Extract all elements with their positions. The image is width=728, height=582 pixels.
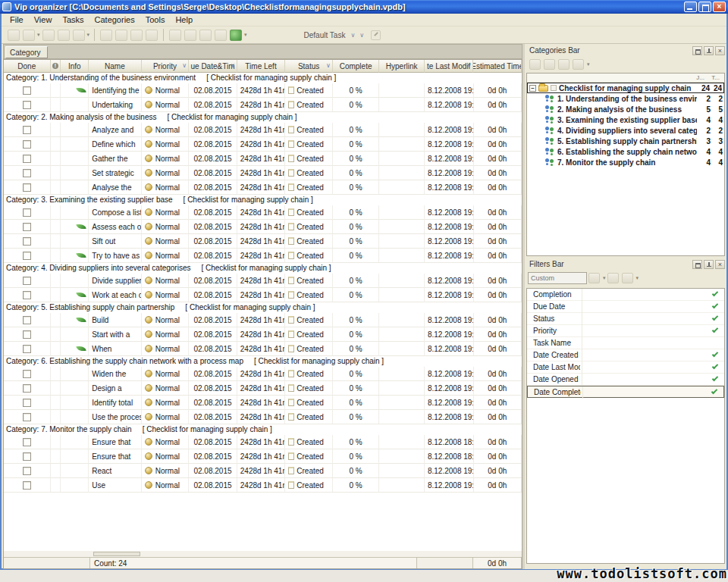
done-checkbox[interactable] bbox=[23, 140, 31, 149]
new-category-icon[interactable] bbox=[42, 30, 55, 41]
delete-dropdown-arrow-icon[interactable]: ▾ bbox=[87, 32, 90, 38]
category-row[interactable]: Category: 6. Establishing the supply cha… bbox=[4, 356, 522, 367]
filter-row[interactable]: Date Created bbox=[527, 349, 724, 361]
col-estimated-time[interactable]: Estimated Time bbox=[473, 60, 522, 73]
done-checkbox[interactable] bbox=[23, 101, 31, 109]
col-complete[interactable]: Complete bbox=[333, 60, 380, 73]
task-row[interactable]: Try to have asNormal02.08.20152428d 1h 4… bbox=[4, 249, 522, 263]
tree-category-item[interactable]: 3. Examining the existing supplier base4… bbox=[527, 114, 724, 125]
filter-dropdown-icon[interactable]: ▾ bbox=[603, 275, 606, 281]
filters-close-icon[interactable]: × bbox=[715, 260, 725, 269]
menu-help[interactable]: Help bbox=[170, 15, 198, 24]
filter-row[interactable]: Status bbox=[527, 313, 724, 325]
categories-overflow-icon[interactable]: ▾ bbox=[587, 61, 590, 67]
edit-task-icon[interactable] bbox=[58, 30, 70, 41]
filter-row[interactable]: Due Date bbox=[527, 301, 724, 313]
menu-view[interactable]: View bbox=[29, 15, 58, 24]
done-checkbox[interactable] bbox=[23, 183, 31, 192]
category-row[interactable]: Category: 2. Making analysis of the busi… bbox=[4, 112, 522, 123]
category-row[interactable]: Category: 7. Monitor the supply chain[ C… bbox=[4, 424, 522, 435]
tree-col-header-2[interactable]: T... bbox=[711, 74, 720, 81]
task-row[interactable]: Widen theNormal02.08.20152428d 1h 41mCre… bbox=[4, 367, 522, 381]
done-checkbox[interactable] bbox=[23, 345, 31, 353]
chevron-down-icon[interactable]: ∨ bbox=[231, 62, 235, 69]
categories-window-icon[interactable] bbox=[692, 46, 702, 55]
task-row[interactable]: BuildNormal02.08.20152428d 1h 41mCreated… bbox=[4, 313, 522, 327]
tree-category-item[interactable]: 1. Understanding of the business environ… bbox=[527, 93, 724, 104]
tree-root-item[interactable]: −Checklist for managing supply chain2424 bbox=[527, 83, 724, 93]
clear-filter-icon[interactable] bbox=[622, 273, 633, 283]
filters-pin-icon[interactable] bbox=[704, 260, 714, 269]
filter-row[interactable]: Date Opened bbox=[527, 374, 724, 386]
task-row[interactable]: Work at each ofNormal02.08.20152428d 1h … bbox=[4, 288, 522, 302]
filter-row[interactable]: Completion bbox=[527, 289, 724, 301]
chevron-down-icon[interactable]: ∨ bbox=[182, 62, 187, 69]
done-checkbox[interactable] bbox=[23, 252, 31, 260]
outdent-icon[interactable] bbox=[215, 30, 227, 41]
task-row[interactable]: Divide supplierNormal02.08.20152428d 1h … bbox=[4, 274, 522, 288]
tree-category-item[interactable]: 7. Monitor the supply chain44 bbox=[527, 157, 724, 167]
filter-row[interactable]: Task Name bbox=[527, 337, 724, 349]
category-row[interactable]: Category: 1. Understanding of the busine… bbox=[4, 73, 522, 83]
new-subtask-icon[interactable] bbox=[23, 30, 35, 41]
new-dropdown-arrow-icon[interactable]: ▾ bbox=[37, 32, 40, 38]
chevron-down-icon[interactable]: ∨ bbox=[467, 62, 472, 69]
restore-button[interactable] bbox=[698, 2, 711, 12]
task-row[interactable]: Analyse theNormal02.08.20152428d 1h 41mC… bbox=[4, 180, 522, 195]
tree-category-item[interactable]: 6. Establishing the supply chain network… bbox=[527, 146, 724, 157]
task-row[interactable]: UseNormal02.08.20152428d 1h 41mCreated0 … bbox=[4, 478, 522, 493]
close-button[interactable]: × bbox=[713, 2, 726, 12]
edit-filter-icon[interactable] bbox=[607, 273, 619, 283]
task-row[interactable]: Gather theNormal02.08.20152428d 1h 41mCr… bbox=[4, 152, 522, 166]
done-checkbox[interactable] bbox=[23, 370, 31, 378]
notes-icon[interactable] bbox=[230, 30, 242, 41]
task-row[interactable]: Set strategicNormal02.08.20152428d 1h 41… bbox=[4, 166, 522, 180]
done-checkbox[interactable] bbox=[23, 169, 31, 177]
combo-chevron-down-icon[interactable]: ∨ bbox=[350, 32, 355, 39]
categories-close-icon[interactable]: × bbox=[715, 46, 725, 55]
task-row[interactable]: Identify totalNormal02.08.20152428d 1h 4… bbox=[4, 396, 522, 410]
menu-tasks[interactable]: Tasks bbox=[57, 15, 89, 24]
task-row[interactable]: Identifying theNormal02.08.20152428d 1h … bbox=[4, 83, 522, 98]
task-row[interactable]: Define whichNormal02.08.20152428d 1h 41m… bbox=[4, 137, 522, 152]
task-row[interactable]: ReactNormal02.08.20152428d 1h 41mCreated… bbox=[4, 464, 522, 478]
indent-icon[interactable] bbox=[199, 30, 212, 41]
col-name[interactable]: Name bbox=[89, 60, 141, 73]
filter-search-input[interactable] bbox=[528, 272, 587, 284]
task-row[interactable]: Start with aNormal02.08.20152428d 1h 41m… bbox=[4, 327, 522, 342]
edit-default-task-icon[interactable] bbox=[371, 30, 381, 40]
collapse-icon[interactable]: − bbox=[529, 85, 536, 92]
scrollbar-thumb[interactable] bbox=[93, 552, 140, 556]
undo-icon[interactable] bbox=[146, 30, 158, 41]
filters-overflow-icon[interactable]: ▾ bbox=[636, 275, 639, 281]
done-checkbox[interactable] bbox=[23, 399, 31, 407]
task-row[interactable]: Use the processNormal02.08.20152428d 1h … bbox=[4, 410, 522, 424]
category-row[interactable]: Category: 5. Establishing supply chain p… bbox=[4, 302, 522, 313]
done-checkbox[interactable] bbox=[23, 438, 31, 446]
done-checkbox[interactable] bbox=[23, 481, 31, 490]
done-checkbox[interactable] bbox=[23, 384, 31, 393]
combo-dropdown-icon[interactable]: ∨ bbox=[359, 32, 364, 39]
tree-category-item[interactable]: 2. Making analysis of the business55 bbox=[527, 104, 724, 114]
col-priority[interactable]: Priority∨ bbox=[142, 60, 190, 73]
collapse-all-icon[interactable] bbox=[544, 59, 555, 70]
default-task-combo[interactable]: Default Task ∨ ∨ bbox=[301, 30, 381, 40]
done-checkbox[interactable] bbox=[23, 237, 31, 246]
done-checkbox[interactable] bbox=[23, 467, 31, 475]
col-hyperlink[interactable]: Hyperlink bbox=[379, 60, 425, 73]
col-status[interactable]: Status∨ bbox=[285, 60, 333, 73]
tree-category-item[interactable]: 5. Establishing supply chain partnership… bbox=[527, 136, 724, 146]
done-checkbox[interactable] bbox=[23, 126, 31, 134]
col-done[interactable]: Done bbox=[4, 60, 51, 73]
category-row[interactable]: Category: 3. Examining the existing supp… bbox=[4, 195, 522, 205]
col-info[interactable]: Info bbox=[61, 60, 89, 73]
col-due-date[interactable]: ue Date&Tim∨ bbox=[189, 60, 237, 73]
paste-icon[interactable] bbox=[130, 30, 143, 41]
done-checkbox[interactable] bbox=[23, 291, 31, 299]
col-time-left[interactable]: Time Left bbox=[237, 60, 286, 73]
menu-categories[interactable]: Categories bbox=[89, 15, 140, 24]
task-row[interactable]: Sift outNormal02.08.20152428d 1h 41mCrea… bbox=[4, 234, 522, 249]
task-row[interactable]: Analyze andNormal02.08.20152428d 1h 41mC… bbox=[4, 123, 522, 137]
done-checkbox[interactable] bbox=[23, 452, 31, 461]
done-checkbox[interactable] bbox=[23, 330, 31, 339]
